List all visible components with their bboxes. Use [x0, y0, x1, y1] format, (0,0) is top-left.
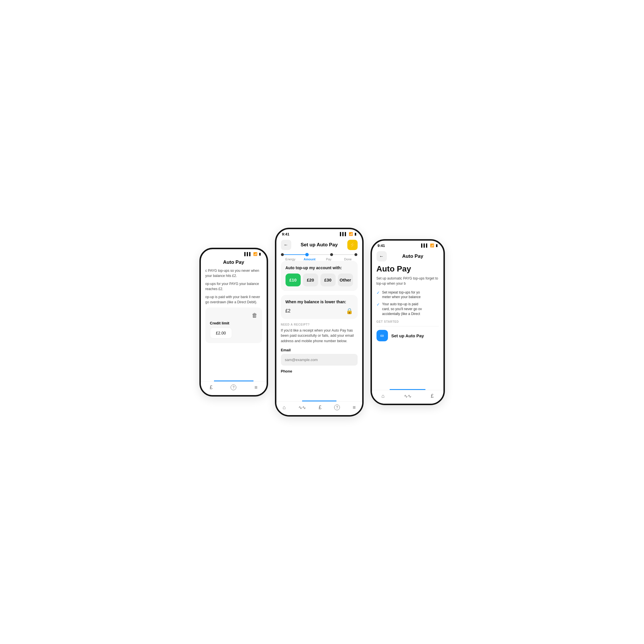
center-back-button[interactable]: ← — [281, 240, 291, 250]
divider — [377, 326, 439, 326]
scene: ▌▌▌ 📶 ▮ Auto Pay c PAYG top-ups so you n… — [165, 216, 479, 428]
balance-card: When my balance is lower than: £2 🔒 — [281, 295, 358, 319]
signal-icon: ▌▌▌ — [244, 252, 252, 256]
amount-30-button[interactable]: £30 — [320, 274, 336, 286]
amount-other-button[interactable]: Other — [338, 274, 353, 286]
amount-10-button[interactable]: £10 — [286, 274, 301, 286]
left-nav-help[interactable]: ? — [231, 385, 236, 390]
left-nav-pay[interactable]: £ — [210, 385, 213, 391]
check-text-2: Your auto top-up is paidcard, so you'll … — [382, 302, 422, 316]
check-icon-2: ✓ — [377, 302, 380, 307]
battery-icon: ▮ — [436, 243, 438, 247]
email-input[interactable] — [281, 354, 358, 366]
pound-icon: £ — [210, 385, 213, 391]
left-phone: ▌▌▌ 📶 ▮ Auto Pay c PAYG top-ups so you n… — [199, 248, 268, 397]
step-line-1 — [284, 254, 305, 255]
step-line-2 — [309, 254, 330, 255]
left-status-icons: ▌▌▌ 📶 ▮ — [244, 252, 261, 256]
right-content: Auto Pay Set up automatic PAYG top-ups f… — [372, 264, 443, 389]
left-bottom-nav: £ ? ≡ — [201, 381, 267, 395]
lightning-icon: ⚡ — [349, 242, 356, 248]
step-label-pay: Pay — [319, 257, 338, 261]
center-content: Auto top-up my account with: £10 £20 £30… — [276, 261, 362, 401]
step-labels: Energy Amount Pay Done — [281, 257, 358, 261]
setup-auto-pay-button[interactable]: ∞ Set up Auto Pay — [377, 330, 439, 341]
menu-icon: ≡ — [254, 385, 257, 391]
right-nav-home[interactable]: ⌂ — [381, 393, 385, 399]
center-bottom-nav: ⌂ ∿∿ £ ? ≡ — [276, 401, 362, 415]
step-dot-amount — [305, 253, 309, 256]
infinity-icon-button: ∞ — [377, 330, 388, 341]
left-status-bar: ▌▌▌ 📶 ▮ — [201, 249, 267, 257]
lock-icon: 🔒 — [346, 308, 353, 314]
right-phone: 9:41 ▌▌▌ 📶 ▮ ← Auto Pay Auto Pay Set up … — [370, 239, 445, 405]
check-item-2: ✓ Your auto top-up is paidcard, so you'l… — [377, 302, 439, 316]
step-label-done: Done — [338, 257, 358, 261]
right-header: ← Auto Pay — [372, 249, 443, 264]
left-text-3: op-up is paid with your bank ll never go… — [205, 294, 262, 305]
usage-icon: ∿∿ — [298, 405, 306, 410]
right-time: 9:41 — [378, 243, 385, 248]
wifi-icon: 📶 — [253, 252, 257, 256]
wifi-icon: 📶 — [349, 232, 353, 236]
receipt-label: NEED A RECEIPT? — [281, 323, 358, 326]
credit-amount: £2.00 — [210, 328, 232, 338]
center-nav-menu[interactable]: ≡ — [353, 405, 356, 411]
step-label-energy: Energy — [281, 257, 300, 261]
step-dot-done — [354, 253, 357, 256]
signal-icon: ▌▌▌ — [340, 232, 347, 236]
check-item-1: ✓ Set repeat top-ups for yometer when yo… — [377, 290, 439, 300]
left-text-1: c PAYG top-ups so you never when your ba… — [205, 268, 262, 278]
usage-icon: ∿∿ — [404, 393, 411, 399]
right-description: Set up automatic PAYG top-ups forget to … — [377, 276, 439, 286]
center-nav-usage[interactable]: ∿∿ — [298, 405, 306, 410]
left-header: Auto Pay — [201, 257, 267, 268]
center-nav-help[interactable]: ? — [334, 405, 340, 410]
left-nav-menu[interactable]: ≡ — [254, 385, 257, 391]
center-nav-home[interactable]: ⌂ — [283, 405, 286, 411]
right-status-bar: 9:41 ▌▌▌ 📶 ▮ — [372, 241, 443, 249]
credit-limit-box: 🗑 Credit limit £2.00 — [205, 308, 262, 343]
right-nav-usage[interactable]: ∿∿ — [404, 393, 411, 399]
wifi-icon: 📶 — [430, 243, 434, 247]
check-icon-1: ✓ — [377, 290, 380, 295]
right-back-button[interactable]: ← — [377, 251, 387, 261]
center-header: ← Set up Auto Pay ⚡ — [276, 237, 362, 253]
right-header-title: Auto Pay — [387, 253, 439, 259]
center-status-bar: 9:41 ▌▌▌ 📶 ▮ — [276, 229, 362, 237]
center-time: 9:41 — [282, 232, 290, 236]
check-text-1: Set repeat top-ups for yometer when your… — [382, 290, 421, 300]
balance-card-title: When my balance is lower than: — [286, 300, 353, 304]
credit-limit-label: Credit limit — [210, 321, 229, 325]
center-nav-pay[interactable]: £ — [319, 405, 322, 411]
back-icon: ← — [379, 254, 384, 259]
center-header-title: Set up Auto Pay — [291, 242, 347, 248]
step-dot-energy — [281, 253, 284, 256]
back-icon: ← — [284, 242, 288, 247]
center-phone: 9:41 ▌▌▌ 📶 ▮ ← Set up Auto Pay ⚡ — [275, 228, 364, 417]
infinity-icon: ∞ — [380, 333, 384, 339]
right-nav-pay[interactable]: £ — [431, 393, 434, 399]
right-page-title: Auto Pay — [377, 264, 439, 274]
receipt-description: If you'd like a receipt when your Auto P… — [281, 328, 358, 344]
step-line-3 — [333, 254, 354, 255]
phone-label: Phone — [281, 369, 358, 373]
balance-amount: £2 — [286, 308, 291, 314]
help-icon: ? — [231, 385, 236, 390]
right-bottom-nav: ⌂ ∿∿ £ — [372, 390, 443, 404]
step-dot-pay — [330, 253, 333, 256]
left-text-2: op-ups for your PAYG your balance reache… — [205, 281, 262, 292]
stepper: Energy Amount Pay Done — [276, 253, 362, 261]
trash-button[interactable]: 🗑 — [252, 312, 257, 319]
battery-icon: ▮ — [354, 232, 356, 236]
email-label: Email — [281, 348, 358, 352]
amount-buttons: £10 £20 £30 Other — [286, 274, 353, 286]
receipt-section: NEED A RECEIPT? If you'd like a receipt … — [281, 323, 358, 378]
pound-icon: £ — [431, 393, 434, 399]
top-up-card-title: Auto top-up my account with: — [286, 265, 353, 270]
get-started-label: GET STARTED — [377, 320, 439, 323]
amount-20-button[interactable]: £20 — [303, 274, 318, 286]
left-header-title: Auto Pay — [205, 259, 262, 265]
pound-icon: £ — [319, 405, 322, 411]
lightning-button[interactable]: ⚡ — [347, 240, 358, 250]
